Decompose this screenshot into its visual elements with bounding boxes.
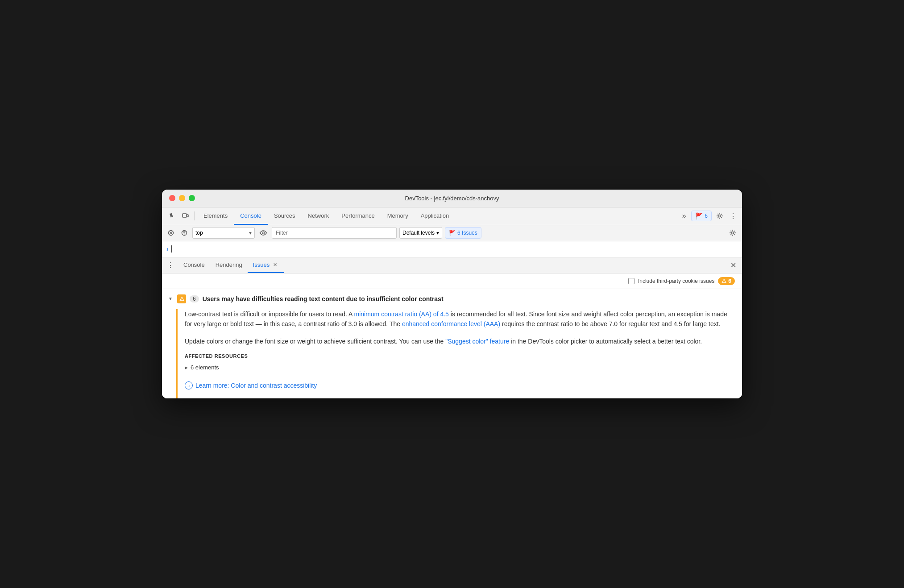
tab-network[interactable]: Network [302, 207, 336, 225]
cursor-icon[interactable] [166, 210, 178, 222]
learn-more-link[interactable]: → Learn more: Color and contrast accessi… [185, 381, 728, 389]
chevron-down-icon: ▾ [436, 230, 439, 236]
issues-warning-count: ⚠ 6 [718, 277, 735, 285]
tab-sources[interactable]: Sources [268, 207, 302, 225]
live-expressions-button[interactable] [257, 227, 269, 239]
tab-rendering[interactable]: Rendering [210, 257, 248, 273]
settings-button[interactable] [713, 210, 726, 222]
third-party-label: Include third-party cookie issues [638, 278, 714, 284]
console-secondary-toolbar: top ▾ Default levels ▾ 🚩 6 Issues [162, 225, 742, 241]
minimize-button[interactable] [179, 195, 185, 201]
issue-body-paragraph1: Low-contrast text is difficult or imposs… [185, 309, 728, 329]
main-tab-nav: Elements Console Sources Network Perform… [197, 207, 455, 225]
devtools-main-toolbar: Elements Console Sources Network Perform… [162, 207, 742, 225]
issues-options-row: Include third-party cookie issues ⚠ 6 [162, 273, 742, 289]
svg-point-6 [732, 232, 734, 234]
issues-tab-close-button[interactable]: ✕ [271, 261, 278, 268]
toolbar-separator [194, 211, 195, 220]
flag-icon: 🚩 [695, 212, 703, 219]
toolbar-right: » 🚩 6 ⋮ [679, 210, 738, 222]
min-contrast-link[interactable]: minimum contrast ratio (AA) of 4.5 [354, 311, 448, 318]
tab-menu-button[interactable]: ⋮ [166, 260, 175, 270]
issues-count-button[interactable]: 🚩 6 Issues [445, 227, 481, 239]
issues-badge-button[interactable]: 🚩 6 [691, 211, 712, 221]
flag-icon: 🚩 [449, 230, 456, 236]
filter-input[interactable] [272, 227, 397, 239]
external-link-icon: → [185, 381, 193, 389]
affected-resources-label: AFFECTED RESOURCES [185, 353, 728, 359]
window-title: DevTools - jec.fyi/demo/cds-anchovy [405, 195, 499, 202]
maximize-button[interactable] [189, 195, 195, 201]
warning-icon: ⚠ [722, 278, 726, 284]
bottom-tabbar: ⋮ Console Rendering Issues ✕ ✕ [162, 257, 742, 273]
tab-console-bottom[interactable]: Console [178, 257, 210, 273]
device-icon[interactable] [179, 210, 191, 222]
kebab-menu-button[interactable]: ⋮ [728, 210, 738, 222]
context-selector[interactable]: top ▾ [192, 227, 255, 239]
issue-warning-icon: ⚠ [177, 294, 186, 303]
issue-title: Users may have difficulties reading text… [203, 295, 444, 302]
tab-application[interactable]: Application [415, 207, 456, 225]
close-bottom-panel-button[interactable]: ✕ [728, 260, 738, 270]
console-input-area[interactable]: › [162, 241, 742, 257]
close-button[interactable] [169, 195, 175, 201]
window-controls [169, 195, 195, 201]
learn-more-anchor[interactable]: Learn more: Color and contrast accessibi… [195, 382, 317, 389]
tab-memory[interactable]: Memory [381, 207, 415, 225]
clear-console-button[interactable] [166, 228, 176, 238]
aaa-conformance-link[interactable]: enhanced conformance level (AAA) [402, 320, 500, 327]
log-levels-selector[interactable]: Default levels ▾ [399, 227, 442, 239]
tab-elements[interactable]: Elements [197, 207, 234, 225]
svg-rect-1 [187, 215, 188, 217]
issue-header[interactable]: ▼ ⚠ 6 Users may have difficulties readin… [162, 289, 742, 309]
devtools-window: DevTools - jec.fyi/demo/cds-anchovy Elem… [162, 190, 742, 398]
console-settings-button[interactable] [727, 227, 738, 239]
chevron-down-icon: ▾ [249, 230, 252, 236]
titlebar: DevTools - jec.fyi/demo/cds-anchovy [162, 190, 742, 207]
filter-icon-btn[interactable] [179, 228, 190, 238]
triangle-right-icon: ▶ [185, 365, 188, 370]
tab-issues[interactable]: Issues ✕ [248, 257, 284, 273]
elements-expandable[interactable]: ▶ 6 elements [185, 362, 728, 373]
issue-count-badge: 6 [190, 295, 199, 302]
svg-point-2 [719, 215, 721, 217]
chevron-down-icon: ▼ [168, 296, 174, 301]
issues-content: ▼ ⚠ 6 Users may have difficulties readin… [162, 289, 742, 398]
tab-performance[interactable]: Performance [335, 207, 381, 225]
issue-body-paragraph2: Update colors or change the font size or… [185, 336, 728, 346]
suggest-color-link[interactable]: "Suggest color" feature [445, 338, 509, 345]
console-prompt: › [166, 245, 169, 253]
bottom-panel: ⋮ Console Rendering Issues ✕ ✕ Include t… [162, 257, 742, 398]
svg-point-5 [262, 232, 265, 234]
third-party-checkbox[interactable] [628, 278, 634, 284]
tab-console[interactable]: Console [234, 207, 268, 225]
issue-detail: Low-contrast text is difficult or imposs… [176, 309, 735, 398]
console-cursor [171, 245, 172, 253]
more-tabs-button[interactable]: » [679, 210, 689, 222]
svg-rect-0 [182, 214, 187, 217]
